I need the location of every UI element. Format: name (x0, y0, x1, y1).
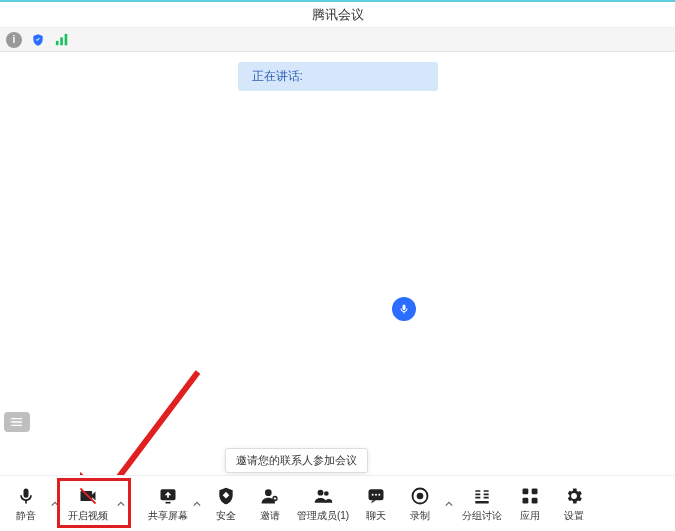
settings-button[interactable]: 设置 (552, 480, 596, 528)
info-icon[interactable]: i (6, 32, 22, 48)
svg-rect-2 (65, 33, 68, 44)
apps-icon (519, 485, 541, 507)
svg-point-13 (324, 491, 329, 496)
record-button[interactable]: 录制 (398, 480, 442, 528)
invite-tooltip: 邀请您的联系人参加会议 (225, 448, 368, 473)
microphone-icon (15, 485, 37, 507)
video-button[interactable]: 开启视频 (62, 480, 114, 528)
chat-icon (365, 485, 387, 507)
svg-point-5 (11, 425, 12, 426)
mute-options-caret[interactable] (48, 480, 62, 528)
svg-point-15 (372, 493, 374, 495)
svg-point-17 (378, 493, 380, 495)
svg-rect-22 (523, 497, 529, 503)
svg-rect-9 (166, 501, 171, 503)
share-screen-icon (157, 485, 179, 507)
app-title: 腾讯会议 (312, 6, 364, 24)
bottom-toolbar: 静音 开启视频 共享屏幕 安全 邀请 管理成员 (0, 475, 675, 531)
svg-point-12 (318, 489, 324, 495)
participant-mic-icon (392, 297, 416, 321)
invite-icon (259, 485, 281, 507)
title-bar: 腾讯会议 (0, 0, 675, 28)
speaking-label: 正在讲话: (252, 69, 303, 83)
status-bar: i (0, 28, 675, 52)
camera-off-icon (77, 485, 99, 507)
share-options-caret[interactable] (190, 480, 204, 528)
signal-icon[interactable] (54, 32, 70, 48)
svg-rect-1 (60, 37, 63, 45)
svg-point-4 (11, 421, 12, 422)
share-screen-button[interactable]: 共享屏幕 (146, 480, 190, 528)
video-options-caret[interactable] (114, 480, 128, 528)
meeting-main-area: 正在讲话: (0, 52, 675, 475)
speaking-banner: 正在讲话: (238, 62, 438, 91)
svg-point-10 (265, 489, 272, 496)
list-toggle-button[interactable] (4, 412, 30, 432)
svg-rect-20 (523, 488, 529, 494)
breakout-button[interactable]: 分组讨论 (456, 480, 508, 528)
svg-point-3 (11, 418, 12, 419)
mute-button[interactable]: 静音 (4, 480, 48, 528)
record-icon (409, 485, 431, 507)
svg-rect-0 (56, 40, 59, 44)
security-button[interactable]: 安全 (204, 480, 248, 528)
svg-point-19 (417, 492, 424, 499)
members-icon (312, 485, 334, 507)
shield-icon[interactable] (30, 32, 46, 48)
breakout-icon (471, 485, 493, 507)
svg-point-16 (375, 493, 377, 495)
members-button[interactable]: 管理成员(1) (292, 480, 354, 528)
gear-icon (563, 485, 585, 507)
svg-rect-21 (532, 488, 538, 494)
chat-button[interactable]: 聊天 (354, 480, 398, 528)
apps-button[interactable]: 应用 (508, 480, 552, 528)
svg-rect-23 (532, 497, 538, 503)
invite-button[interactable]: 邀请 (248, 480, 292, 528)
record-options-caret[interactable] (442, 480, 456, 528)
security-icon (215, 485, 237, 507)
